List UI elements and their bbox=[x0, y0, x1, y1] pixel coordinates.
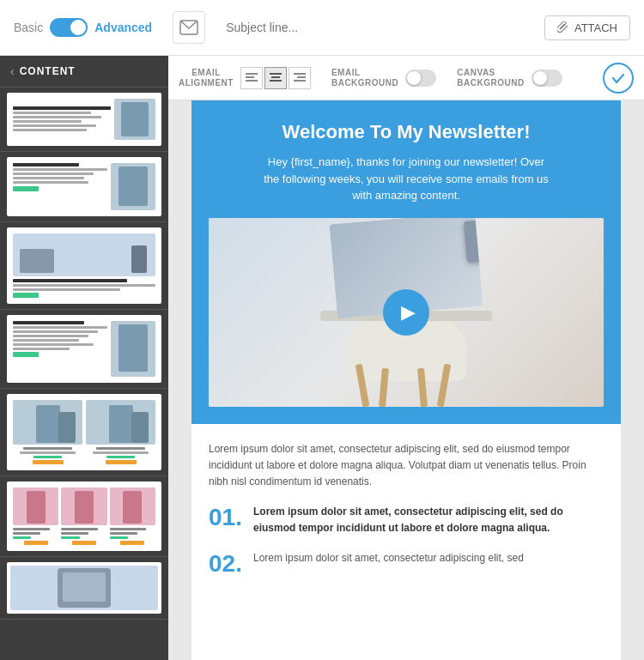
toggle-knob bbox=[70, 20, 86, 35]
template-item-6[interactable] bbox=[0, 476, 168, 557]
attach-label: ATTACH bbox=[574, 21, 617, 34]
align-right-button[interactable] bbox=[289, 67, 311, 89]
mode-toggle[interactable] bbox=[50, 18, 88, 37]
svg-rect-1 bbox=[246, 73, 258, 75]
email-bg-group: EMAIL BACKGROUND bbox=[331, 68, 436, 88]
svg-rect-6 bbox=[270, 80, 282, 82]
template-item-2[interactable] bbox=[0, 152, 168, 222]
numbered-item-1: 01. Lorem ipsum dolor sit amet, consecte… bbox=[209, 504, 604, 536]
basic-mode-label: Basic bbox=[14, 21, 43, 34]
subject-input[interactable]: I love this email! bbox=[219, 17, 531, 38]
video-thumbnail[interactable]: ▶ bbox=[209, 218, 604, 407]
sidebar-header: ‹ CONTENT bbox=[0, 56, 168, 88]
item2-text: Lorem ipsum dolor sit amet, consectetur … bbox=[253, 550, 524, 566]
numbered-item-2: 02. Lorem ipsum dolor sit amet, consecte… bbox=[209, 550, 604, 578]
template-item-3[interactable] bbox=[0, 222, 168, 310]
email-icon-wrap bbox=[173, 11, 205, 44]
template-item-7[interactable] bbox=[0, 557, 168, 620]
email-bg-label: EMAIL BACKGROUND bbox=[331, 68, 398, 88]
advanced-mode-label[interactable]: Advanced bbox=[94, 21, 152, 34]
canvas-bg-label: CANVAS BACKGROUND bbox=[457, 68, 524, 88]
svg-rect-5 bbox=[271, 76, 280, 78]
mode-switcher: Basic Advanced bbox=[14, 18, 152, 37]
svg-rect-9 bbox=[294, 80, 306, 82]
attach-icon bbox=[557, 21, 569, 33]
alignment-label: EMAIL ALIGNMENT bbox=[179, 68, 234, 88]
attach-button[interactable]: ATTACH bbox=[544, 15, 630, 40]
email-hero: Welcome To My Newsletter! Hey {first_nam… bbox=[191, 100, 621, 424]
sidebar-title: CONTENT bbox=[20, 65, 76, 77]
email-preview: Welcome To My Newsletter! Hey {first_nam… bbox=[191, 100, 621, 660]
content-area: Welcome To My Newsletter! Hey {first_nam… bbox=[168, 100, 644, 660]
template-item-5[interactable] bbox=[0, 389, 168, 476]
align-left-icon bbox=[246, 73, 258, 83]
svg-rect-4 bbox=[270, 73, 282, 75]
svg-rect-8 bbox=[297, 76, 306, 78]
template-item-4[interactable] bbox=[0, 310, 168, 389]
align-center-button[interactable] bbox=[264, 67, 287, 89]
template-item-1[interactable] bbox=[0, 88, 168, 152]
canvas-bg-toggle[interactable] bbox=[532, 70, 562, 87]
done-button[interactable] bbox=[603, 63, 634, 94]
alignment-group: EMAIL ALIGNMENT bbox=[179, 67, 311, 89]
svg-rect-2 bbox=[246, 76, 254, 78]
sidebar-items bbox=[0, 88, 168, 660]
canvas-bg-group: CANVAS BACKGROUND bbox=[457, 68, 562, 88]
align-right-icon bbox=[294, 73, 306, 83]
toolbar: EMAIL ALIGNMENT bbox=[168, 56, 644, 100]
chevron-left-icon[interactable]: ‹ bbox=[10, 64, 15, 78]
checkmark-icon bbox=[611, 70, 626, 86]
email-bg-knob bbox=[407, 71, 421, 85]
align-buttons bbox=[240, 67, 311, 89]
right-panel: EMAIL ALIGNMENT bbox=[168, 56, 644, 660]
item1-number: 01. bbox=[209, 504, 243, 531]
main-layout: ‹ CONTENT bbox=[0, 56, 644, 660]
top-bar: Basic Advanced I love this email! ATTACH bbox=[0, 0, 644, 56]
email-hero-body: Hey {first_name}, thanks for joining our… bbox=[260, 154, 552, 204]
play-icon: ▶ bbox=[401, 301, 416, 324]
svg-rect-3 bbox=[246, 80, 258, 82]
email-bg-toggle[interactable] bbox=[405, 70, 436, 87]
align-center-icon bbox=[270, 73, 282, 83]
item2-number: 02. bbox=[209, 550, 243, 578]
email-icon bbox=[179, 20, 198, 35]
svg-rect-7 bbox=[294, 73, 306, 75]
play-button[interactable]: ▶ bbox=[383, 289, 429, 336]
body-paragraph: Lorem ipsum dolor sit amet, consectetur … bbox=[209, 441, 604, 491]
email-body: Lorem ipsum dolor sit amet, consectetur … bbox=[191, 424, 621, 609]
item1-text: Lorem ipsum dolor sit amet, consectetur … bbox=[253, 504, 604, 536]
email-hero-title: Welcome To My Newsletter! bbox=[209, 121, 604, 143]
align-left-button[interactable] bbox=[240, 67, 263, 89]
canvas-bg-knob bbox=[533, 71, 547, 85]
item1-text-strong: Lorem ipsum dolor sit amet, consectetur … bbox=[253, 506, 563, 534]
sidebar: ‹ CONTENT bbox=[0, 56, 168, 660]
